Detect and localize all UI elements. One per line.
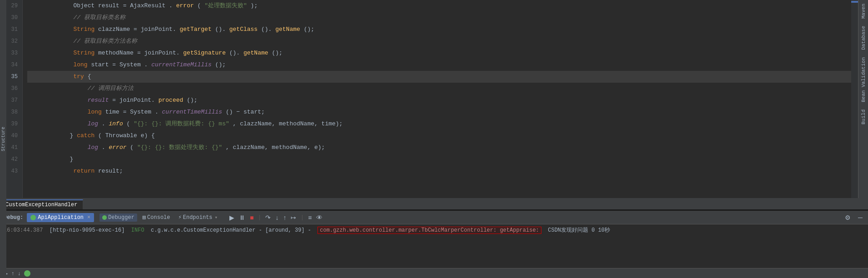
debug-actions: ▶ ⏸ ■ | ↷ ↓ ↑ ↦ | ≡ 👁 — [228, 213, 324, 222]
code-line-34: long start = System . currentTimeMillis … — [27, 59, 851, 71]
string-info-msg: "{}: {}: 调用数据耗费: {} ms" — [134, 120, 229, 127]
code-line-31: String clazzName = joinPoint. getTarget … — [27, 24, 851, 35]
code-area: 29 30 31 32 33 34 35 36 37 38 39 40 41 4… — [0, 0, 868, 198]
endpoints-arrow: ▾ — [215, 214, 218, 220]
code-line-33: String methodName = joinPoint. getSignat… — [27, 47, 851, 59]
step-out-btn[interactable]: ↑ — [281, 213, 288, 222]
debug-toolbar: Debug: ApiApplication × Debugger ▤ Conso… — [0, 211, 868, 224]
evaluate-btn[interactable]: ≡ — [306, 213, 313, 222]
comment-classname: // 获取目标类名称 — [73, 14, 125, 21]
console-label: ▤ — [143, 214, 146, 221]
kw-catch: catch — [77, 132, 94, 139]
structure-tab[interactable]: Structure — [1, 127, 6, 151]
scrollbar-area[interactable] — [851, 0, 858, 198]
status-bar: ▶ ↑ ↓ — [0, 268, 868, 278]
status-up-btn[interactable]: ↑ — [11, 270, 14, 277]
database-tab[interactable]: Database — [860, 22, 867, 54]
step-over-btn[interactable]: ↷ — [263, 213, 273, 222]
console-subtab[interactable]: ▤ Console — [140, 213, 173, 222]
kw-return: return — [73, 168, 94, 174]
log-suffix: CSDN发现好问题 0 10秒 — [545, 227, 610, 233]
method-info: info — [109, 120, 123, 127]
method-proceed: proceed — [159, 97, 184, 104]
debug-panel: Debug: ApiApplication × Debugger ▤ Conso… — [0, 210, 868, 278]
debug-label: Debug: — [4, 214, 23, 221]
status-indicator — [24, 270, 30, 277]
main-layout: 29 30 31 32 33 34 35 36 37 38 39 40 41 4… — [0, 0, 868, 198]
code-line-36: // 调用目标方法 — [27, 83, 851, 94]
var-log-41: log — [88, 144, 98, 151]
scroll-track — [851, 3, 858, 198]
code-line-43: return result; — [27, 165, 851, 177]
type-object: Object — [73, 2, 94, 9]
debug-subtabs: Debugger ▤ Console ⚡ Endpoints ▾ — [99, 213, 220, 222]
kw-try: try — [73, 73, 84, 80]
code-line-35: try { — [27, 71, 851, 83]
minimize-panel-btn[interactable]: ─ — [856, 213, 864, 222]
debug-log-content: 16:03:44.387 [http-nio-9095-exec-16] INF… — [0, 224, 868, 268]
bean-validation-tab[interactable]: Bean Validation — [860, 54, 867, 106]
code-content: Object result = AjaxResult . error ( "处理… — [23, 0, 851, 198]
log-level: INFO — [131, 227, 144, 233]
step-into-btn[interactable]: ↓ — [273, 213, 280, 222]
method-getname-33: getName — [243, 50, 268, 56]
side-tab-panel: Maven Database Bean Validation Build — [858, 0, 868, 198]
type-system-38: System — [130, 109, 151, 115]
file-tab-bar: CustomExceptionHandler — [0, 198, 868, 210]
resume-btn[interactable]: ▶ — [228, 213, 236, 222]
log-highlighted-box: com.gzzh.web.controller.marper.TbCwlcMar… — [317, 227, 541, 234]
method-currenttimemillis-34: currentTimeMillis — [151, 61, 212, 68]
endpoints-icon: ⚡ — [179, 214, 182, 221]
code-line-30: // 获取目标类名称 — [27, 12, 851, 24]
string-error-41: "{}: {}: 数据处理失败: {}" — [137, 144, 222, 151]
code-line-40: } catch ( Throwable e) { — [27, 130, 851, 142]
watch-btn[interactable]: 👁 — [314, 213, 324, 222]
debugger-label: Debugger — [108, 214, 134, 221]
maven-tab[interactable]: Maven — [860, 0, 867, 22]
code-line-37: result = joinPoint. proceed (); — [27, 94, 851, 106]
method-currenttimemillis-38: currentTimeMillis — [162, 109, 223, 115]
log-thread: [http-nio-9095-exec-16] — [46, 227, 128, 233]
code-line-32: // 获取目标类方法名称 — [27, 35, 851, 47]
string-error-msg: "处理数据失败" — [204, 2, 247, 9]
method-getclass: getClass — [229, 26, 258, 33]
debugger-subtab[interactable]: Debugger — [99, 213, 137, 222]
editor-container: 29 30 31 32 33 34 35 36 37 38 39 40 41 4… — [0, 0, 868, 278]
code-line-39: log . info ( "{}: {}: 调用数据耗费: {} ms" , c… — [27, 118, 851, 130]
status-down-btn[interactable]: ↓ — [18, 270, 20, 277]
settings-gear-btn[interactable]: ⚙ — [843, 213, 853, 222]
file-tab-active[interactable]: CustomExceptionHandler — [0, 199, 83, 209]
var-result-37: result — [88, 97, 109, 104]
kw-long-34: long — [73, 61, 87, 68]
debug-log-line-1: 16:03:44.387 [http-nio-9095-exec-16] INF… — [4, 225, 864, 235]
debugger-icon — [102, 215, 107, 220]
method-getsignature: getSignature — [183, 50, 226, 56]
method-getname-31: getName — [275, 26, 300, 33]
close-app-tab[interactable]: × — [87, 214, 90, 221]
type-system-34: System — [119, 61, 141, 68]
api-application-tab[interactable]: ApiApplication × — [27, 213, 94, 222]
code-line-38: long time = System . currentTimeMillis (… — [27, 106, 851, 118]
log-class: c.g.w.c.e.CustomExceptionHandler - [arou… — [148, 227, 314, 233]
pause-btn[interactable]: ⏸ — [237, 213, 247, 222]
method-error-41: error — [109, 144, 126, 151]
indent — [27, 2, 70, 9]
console-text: Console — [147, 214, 170, 221]
type-throwable: Throwable — [105, 132, 137, 139]
code-line-29: Object result = AjaxResult . error ( "处理… — [27, 0, 851, 12]
kw-long-38: long — [88, 109, 102, 115]
endpoints-subtab[interactable]: ⚡ Endpoints ▾ — [176, 213, 221, 222]
comment-calltarget: // 调用目标方法 — [88, 85, 134, 92]
build-tab[interactable]: Build — [860, 106, 867, 128]
code-line-41: log . error ( "{}: {}: 数据处理失败: {}" , cla… — [27, 142, 851, 154]
method-gettarget: getTarget — [180, 26, 212, 33]
var-log-39: log — [88, 120, 98, 127]
run-to-cursor-btn[interactable]: ↦ — [289, 213, 298, 222]
kw-string-31: String — [73, 26, 94, 33]
code-line-42: } — [27, 154, 851, 165]
stop-btn[interactable]: ■ — [248, 213, 255, 222]
app-running-icon — [30, 215, 36, 220]
app-tab-name: ApiApplication — [38, 214, 84, 221]
log-timestamp: 16:03:44.387 — [4, 227, 43, 233]
kw-string-33: String — [73, 50, 94, 56]
